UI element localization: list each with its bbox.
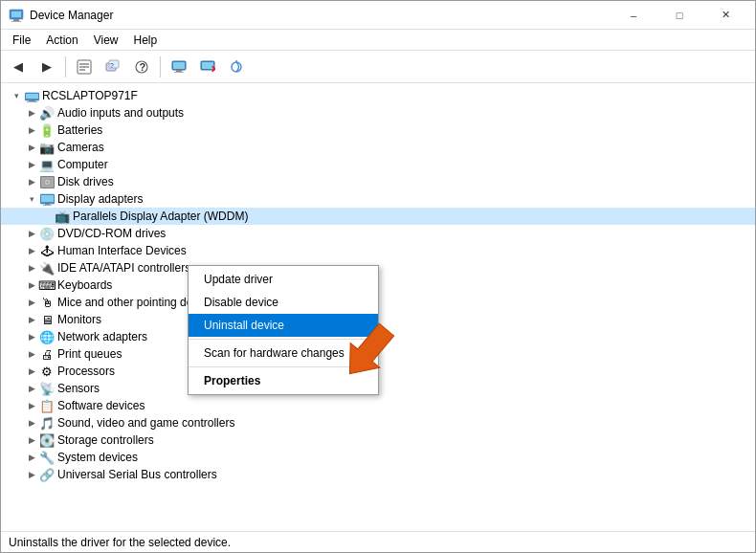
software-expander[interactable]: ▶: [24, 398, 39, 413]
tree-item-display[interactable]: ▾ Display adapters: [1, 190, 755, 208]
main-content: jc k.com ▾ RCSLAPTOP971F ▶: [1, 83, 755, 531]
update-driver-button[interactable]: ?: [100, 55, 126, 79]
context-menu-disable[interactable]: Disable device: [189, 291, 378, 314]
hid-icon: 🕹: [39, 243, 55, 258]
software-label: Software devices: [57, 399, 145, 412]
storage-icon: 💽: [39, 432, 55, 448]
sound-icon: 🎵: [39, 415, 55, 431]
back-button[interactable]: ◀: [5, 55, 32, 79]
properties-button[interactable]: [71, 55, 98, 79]
help-button[interactable]: ?: [128, 55, 155, 79]
delete-button[interactable]: ✕: [194, 55, 221, 79]
hid-expander[interactable]: ▶: [24, 243, 39, 258]
hid-label: Human Interface Devices: [57, 244, 187, 257]
minimize-button[interactable]: –: [611, 1, 656, 30]
sensors-expander[interactable]: ▶: [24, 381, 39, 396]
tree-item-system[interactable]: ▶ 🔧 System devices: [1, 449, 755, 466]
svg-rect-15: [176, 70, 182, 72]
ide-icon: 🔌: [39, 260, 55, 276]
tree-item-parallels[interactable]: 📺 Parallels Display Adapter (WDDM): [1, 208, 755, 225]
tree-item-dvd[interactable]: ▶ 💿 DVD/CD-ROM drives: [1, 225, 755, 242]
close-button[interactable]: ✕: [703, 1, 747, 30]
computer-button[interactable]: [166, 55, 192, 79]
toolbar-separator-2: [160, 56, 161, 77]
monitors-icon: 🖥: [39, 312, 55, 327]
context-menu: Update driver Disable device Uninstall d…: [188, 265, 379, 395]
disk-label: Disk drives: [57, 175, 114, 188]
cameras-expander[interactable]: ▶: [24, 140, 39, 155]
ide-expander[interactable]: ▶: [24, 260, 39, 276]
context-menu-scan[interactable]: Scan for hardware changes: [189, 342, 378, 365]
context-menu-update[interactable]: Update driver: [189, 268, 378, 291]
batteries-expander[interactable]: ▶: [24, 122, 39, 138]
batteries-label: Batteries: [57, 123, 102, 137]
computer-expander[interactable]: ▶: [24, 157, 39, 172]
menu-action[interactable]: Action: [38, 32, 85, 49]
menu-file[interactable]: File: [5, 32, 38, 49]
status-text: Uninstalls the driver for the selected d…: [9, 536, 231, 549]
computer-label: Computer: [57, 158, 108, 171]
dvd-expander[interactable]: ▶: [24, 226, 39, 241]
context-menu-properties[interactable]: Properties: [189, 369, 378, 392]
tree-item-storage[interactable]: ▶ 💽 Storage controllers: [1, 431, 755, 449]
display-expander[interactable]: ▾: [24, 191, 39, 207]
mice-expander[interactable]: ▶: [24, 295, 39, 310]
root-icon: [24, 88, 39, 103]
svg-rect-14: [173, 62, 185, 69]
root-expander[interactable]: ▾: [9, 88, 24, 103]
system-icon: 🔧: [39, 450, 55, 465]
toolbar-separator-1: [65, 56, 66, 77]
context-menu-uninstall[interactable]: Uninstall device: [189, 314, 378, 337]
forward-button[interactable]: ▶: [33, 55, 60, 79]
tree-item-disk[interactable]: ▶ Disk drives: [1, 173, 755, 190]
svg-rect-3: [11, 21, 21, 22]
network-label: Network adapters: [57, 330, 147, 343]
batteries-icon: 🔋: [39, 122, 55, 138]
network-icon: 🌐: [39, 329, 55, 344]
print-icon: 🖨: [39, 346, 55, 362]
monitors-expander[interactable]: ▶: [24, 312, 39, 327]
menu-help[interactable]: Help: [126, 32, 166, 49]
tree-item-usb[interactable]: ▶ 🔗 Universal Serial Bus controllers: [1, 466, 755, 483]
svg-text:?: ?: [110, 62, 114, 69]
menu-view[interactable]: View: [86, 32, 126, 49]
tree-root[interactable]: ▾ RCSLAPTOP971F: [1, 87, 755, 104]
tree-item-software[interactable]: ▶ 📋 Software devices: [1, 397, 755, 414]
tree-item-cameras[interactable]: ▶ 📷 Cameras: [1, 139, 755, 156]
maximize-button[interactable]: □: [657, 1, 701, 30]
usb-expander[interactable]: ▶: [24, 467, 39, 482]
usb-icon: 🔗: [39, 467, 55, 482]
title-bar-text: Device Manager: [30, 9, 611, 22]
monitors-label: Monitors: [57, 313, 101, 326]
audio-expander[interactable]: ▶: [24, 105, 39, 121]
tree-item-batteries[interactable]: ▶ 🔋 Batteries: [1, 122, 755, 139]
sound-expander[interactable]: ▶: [24, 415, 39, 431]
tree-item-computer[interactable]: ▶ 💻 Computer: [1, 156, 755, 173]
display-label: Display adapters: [57, 192, 143, 206]
print-expander[interactable]: ▶: [24, 346, 39, 362]
svg-rect-2: [13, 19, 19, 21]
toolbar: ◀ ▶ ? ?: [1, 51, 755, 83]
tree-item-audio[interactable]: ▶ 🔊 Audio inputs and outputs: [1, 104, 755, 122]
system-label: System devices: [57, 451, 138, 464]
tree-item-hid[interactable]: ▶ 🕹 Human Interface Devices: [1, 242, 755, 259]
display-icon: [39, 191, 55, 207]
storage-expander[interactable]: ▶: [24, 432, 39, 448]
disk-icon: [39, 174, 55, 189]
parallels-icon: 📺: [55, 209, 70, 224]
dvd-icon: 💿: [39, 226, 55, 241]
processors-expander[interactable]: ▶: [24, 364, 39, 379]
keyboard-icon: ⌨: [39, 277, 55, 293]
sensors-icon: 📡: [39, 381, 55, 396]
menu-bar: File Action View Help: [1, 30, 755, 51]
audio-label: Audio inputs and outputs: [57, 106, 184, 120]
status-bar: Uninstalls the driver for the selected d…: [1, 531, 755, 552]
tree-item-sound[interactable]: ▶ 🎵 Sound, video and game controllers: [1, 414, 755, 431]
svg-rect-33: [43, 205, 52, 206]
computer-icon: 💻: [39, 157, 55, 172]
system-expander[interactable]: ▶: [24, 450, 39, 465]
disk-expander[interactable]: ▶: [24, 174, 39, 189]
title-bar: Device Manager – □ ✕: [1, 1, 755, 30]
network-expander[interactable]: ▶: [24, 329, 39, 344]
scan-button[interactable]: [223, 55, 250, 79]
